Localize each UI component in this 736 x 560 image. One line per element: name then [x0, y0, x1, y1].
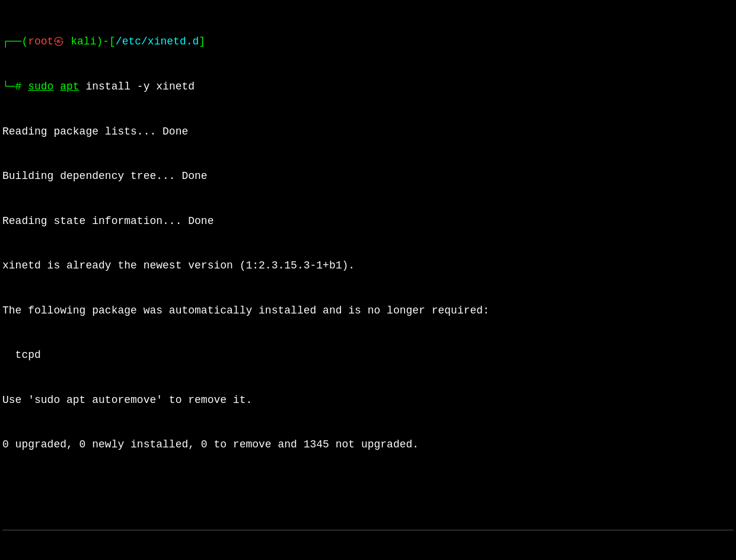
- output-state: Reading state information... Done: [2, 214, 734, 229]
- output-auto-installed: The following package was automatically …: [2, 303, 734, 318]
- output-xinetd-version: xinetd is already the newest version (1:…: [2, 258, 734, 273]
- output-reading: Reading package lists... Done: [2, 124, 734, 139]
- terminal-output: ┌──(root㉿ kali)-[/etc/xinetd.d] └─# sudo…: [2, 5, 734, 560]
- output-tcpd: tcpd: [2, 348, 734, 363]
- command-line-1: └─# sudo apt install -y xinetd: [2, 79, 734, 94]
- blank-1: [2, 482, 734, 497]
- output-autoremove: Use 'sudo apt autoremove' to remove it.: [2, 393, 734, 408]
- prompt-line-1: ┌──(root㉿ kali)-[/etc/xinetd.d]: [2, 34, 734, 49]
- divider-1: [2, 530, 734, 530]
- output-building: Building dependency tree... Done: [2, 169, 734, 184]
- output-upgraded: 0 upgraded, 0 newly installed, 0 to remo…: [2, 437, 734, 452]
